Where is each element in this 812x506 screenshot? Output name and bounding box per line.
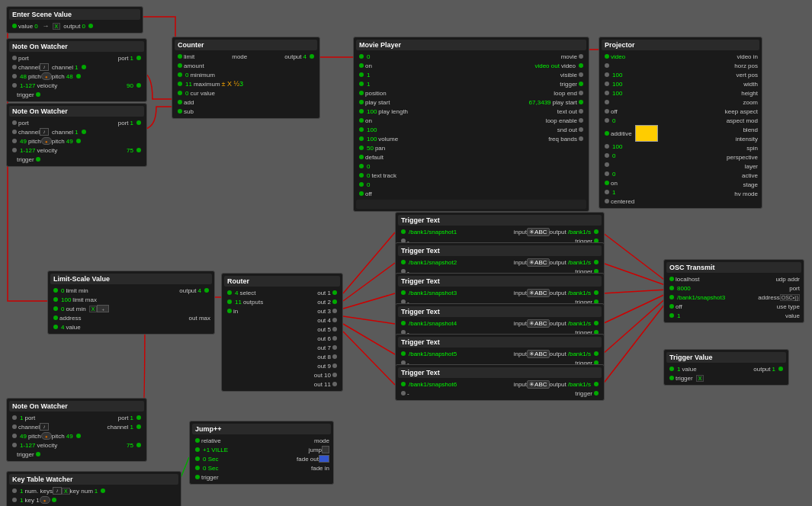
counter-min-in xyxy=(178,72,182,77)
mp-off-in xyxy=(359,191,364,196)
now1-note-icon: ♪ xyxy=(40,63,49,71)
now2-vel-range: 1-127 xyxy=(20,147,35,154)
counter-add-label: add xyxy=(184,99,194,106)
counter-mode-label: mode xyxy=(232,53,247,60)
tt6-trigger-out xyxy=(594,391,599,396)
mp-pl-in xyxy=(359,109,364,114)
now2-chan-in xyxy=(12,130,17,134)
enter-scene-input-val: 0 xyxy=(34,23,37,30)
router-out1 xyxy=(332,290,337,295)
mp-vis-out xyxy=(579,72,583,77)
router-node: Router 4 select out 1 11 outputs out 2 i… xyxy=(221,273,343,392)
router-out-in xyxy=(227,299,232,304)
jpp-title: Jump++ xyxy=(192,424,331,434)
enter-scene-input-port xyxy=(12,24,17,28)
counter-add-in xyxy=(178,100,182,104)
now1-vel-out xyxy=(136,83,141,88)
tt6-dash-in xyxy=(401,391,406,396)
note-on-watcher-3-node: Note On Watcher 1 port port 1 channel ♪ … xyxy=(6,398,147,462)
router-out9 xyxy=(332,363,337,368)
osc-val-in xyxy=(669,313,674,318)
enter-scene-output-port xyxy=(88,24,93,28)
proj-layer-in xyxy=(605,171,609,176)
now2-chan-label-r: channel xyxy=(52,129,73,136)
tt4-abc: ✳ABC xyxy=(527,319,549,328)
ktw-x-icon: X xyxy=(62,488,70,495)
tt3-abc: ✳ABC xyxy=(527,289,549,297)
now1-port-in xyxy=(12,56,17,60)
now1-chan-label: channel xyxy=(18,64,40,71)
now3-pitch-out xyxy=(76,434,81,438)
mp-video-out xyxy=(579,63,583,68)
now1-chan-label-r: channel xyxy=(52,64,73,71)
router-out6 xyxy=(332,336,337,341)
mp-fb-in xyxy=(359,164,364,168)
now2-chan-out xyxy=(82,130,86,134)
now1-chan-val: 1 xyxy=(75,64,78,71)
counter-max-in xyxy=(178,82,182,86)
enter-scene-value-label: value xyxy=(18,23,33,30)
now2-pitch-label-r: pitch xyxy=(52,138,65,145)
router-out5 xyxy=(332,327,337,331)
tt5-snap-in xyxy=(401,351,406,356)
mp-on-in xyxy=(359,63,364,68)
tt3-snap-in xyxy=(401,290,406,295)
router-out3 xyxy=(332,309,337,313)
router-out11 xyxy=(332,382,337,386)
ktw-key-in xyxy=(12,498,17,502)
tt3-out xyxy=(594,290,599,295)
counter-min-label: minimum xyxy=(190,72,214,78)
projector-title: Projector xyxy=(602,40,759,50)
counter-amount-label: amount xyxy=(184,62,204,69)
now1-trigger-out xyxy=(36,92,40,97)
tt4-snap-in xyxy=(401,321,406,325)
tt6-abc: ✳ABC xyxy=(527,380,549,389)
proj-active-in xyxy=(605,181,609,185)
now1-port-out xyxy=(136,56,141,60)
ktw-key-out xyxy=(52,498,56,502)
now1-pitch-val: 48 xyxy=(66,73,73,80)
mp-on2-in xyxy=(359,118,364,123)
now3-title: Note On Watcher xyxy=(9,401,144,412)
now2-eye-icon: ● xyxy=(41,137,52,145)
trigger-value-node: Trigger Value 1 value output 1 trigger X xyxy=(663,349,789,386)
enter-scene-x-icon[interactable]: X xyxy=(53,23,61,30)
proj-hp-in xyxy=(605,63,609,68)
tv-trigger-in xyxy=(669,376,674,380)
proj-ka-in xyxy=(605,109,609,114)
now2-chan-label: channel xyxy=(18,129,40,136)
jpp-jump-in xyxy=(195,447,200,452)
proj-vp-in xyxy=(605,72,609,77)
now2-note-icon: ♪ xyxy=(40,128,49,136)
router-out7 xyxy=(332,345,337,350)
mp-to-out xyxy=(579,109,583,114)
router-out10 xyxy=(332,373,337,377)
now2-vel-label: velocity xyxy=(37,147,57,154)
now1-port-label-r: port xyxy=(118,55,129,62)
now1-port-val: 1 xyxy=(130,55,133,62)
proj-z-in xyxy=(605,100,609,104)
now1-chan-out xyxy=(82,65,86,69)
tt4-out xyxy=(594,321,599,325)
counter-curval-label: cur value xyxy=(190,90,214,97)
osc-ut-in xyxy=(669,304,674,309)
tt5-abc: ✳ABC xyxy=(527,350,549,358)
now3-chan-out xyxy=(136,424,141,429)
now3-pitch-in xyxy=(12,434,17,438)
now1-pitch-label: pitch xyxy=(28,73,41,80)
router-out2 xyxy=(332,299,337,304)
proj-w-in xyxy=(605,82,609,86)
counter-output-label: output xyxy=(284,53,301,60)
tt1-abc: ✳ABC xyxy=(527,228,549,236)
tv-title: Trigger Value xyxy=(666,352,786,363)
enter-scene-value-node: Enter Scene Value value 0 → X output 0 xyxy=(6,6,143,34)
counter-max-label: maximum xyxy=(194,81,220,88)
proj-am-in xyxy=(605,118,609,123)
now2-pitch-out xyxy=(76,139,81,143)
mp-tt-in xyxy=(359,173,364,178)
proj-int-in xyxy=(605,144,609,149)
now3-eye-icon: ● xyxy=(41,432,52,440)
tv-x-icon: X xyxy=(696,375,704,382)
mp-vol-in xyxy=(359,136,364,141)
now2-trigger-out xyxy=(36,157,40,162)
